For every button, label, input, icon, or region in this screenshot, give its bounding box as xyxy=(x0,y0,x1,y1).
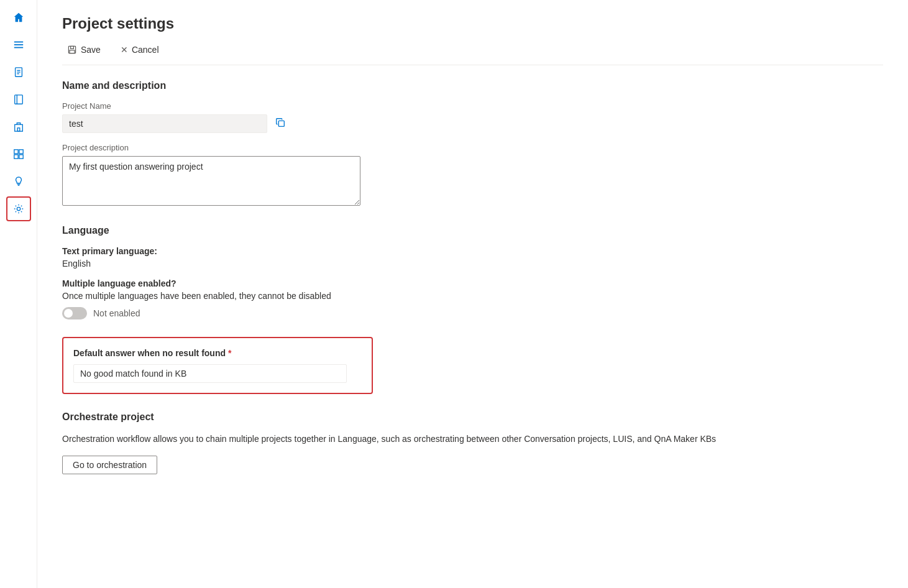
default-answer-label: Default answer when no result found* xyxy=(73,348,362,358)
required-star: * xyxy=(228,348,231,358)
svg-rect-11 xyxy=(14,150,17,154)
document-icon[interactable] xyxy=(6,60,31,85)
orchestrate-section-title: Orchestrate project xyxy=(62,411,883,423)
copy-button[interactable] xyxy=(272,114,288,133)
name-and-description-section: Name and description Project Name Projec… xyxy=(62,80,883,208)
svg-rect-12 xyxy=(19,150,22,154)
dashboard-icon[interactable] xyxy=(6,142,31,167)
toolbar: Save ✕ Cancel xyxy=(62,42,883,65)
project-name-input[interactable] xyxy=(62,114,267,133)
svg-rect-1 xyxy=(14,44,22,45)
toggle-slider xyxy=(62,307,87,319)
multiple-language-toggle[interactable] xyxy=(62,307,87,319)
main-content: Project settings Save ✕ Cancel Name and … xyxy=(37,0,908,588)
svg-rect-0 xyxy=(14,42,22,43)
language-section: Language Text primary language: English … xyxy=(62,225,883,319)
svg-point-17 xyxy=(17,207,20,210)
book-icon[interactable] xyxy=(6,87,31,112)
project-description-label: Project description xyxy=(62,143,883,152)
building-icon[interactable] xyxy=(6,114,31,139)
orchestrate-section: Orchestrate project Orchestration workfl… xyxy=(62,411,883,474)
primary-language-value: English xyxy=(62,259,883,269)
primary-language-label: Text primary language: xyxy=(62,246,883,256)
default-answer-input[interactable] xyxy=(73,364,347,383)
project-name-label: Project Name xyxy=(62,101,883,111)
svg-rect-21 xyxy=(278,121,284,126)
lightbulb-icon[interactable] xyxy=(6,169,31,194)
project-description-input[interactable]: My first question answering project xyxy=(62,156,360,206)
default-answer-box: Default answer when no result found* xyxy=(62,337,373,394)
cancel-icon: ✕ xyxy=(121,45,128,55)
toggle-wrapper: Not enabled xyxy=(62,307,883,319)
go-to-orchestration-button[interactable]: Go to orchestration xyxy=(62,456,157,474)
home-icon[interactable] xyxy=(6,5,31,30)
svg-rect-14 xyxy=(19,155,22,158)
svg-rect-20 xyxy=(70,50,75,53)
save-icon xyxy=(67,45,77,55)
save-button[interactable]: Save xyxy=(62,42,106,57)
menu-icon[interactable] xyxy=(6,32,31,57)
page-title: Project settings xyxy=(62,15,883,32)
cancel-button[interactable]: ✕ Cancel xyxy=(116,42,164,57)
multiple-language-description: Once multiple languages have been enable… xyxy=(62,291,883,301)
svg-rect-19 xyxy=(71,46,74,48)
svg-rect-10 xyxy=(17,128,20,131)
sidebar xyxy=(0,0,37,588)
name-section-title: Name and description xyxy=(62,80,883,91)
language-section-title: Language xyxy=(62,225,883,236)
multiple-language-label: Multiple language enabled? xyxy=(62,278,883,288)
project-name-input-wrapper xyxy=(62,114,883,133)
svg-rect-7 xyxy=(14,95,22,104)
settings-icon[interactable] xyxy=(6,196,31,221)
orchestrate-description: Orchestration workflow allows you to cha… xyxy=(62,433,808,446)
svg-rect-2 xyxy=(14,47,22,48)
toggle-label: Not enabled xyxy=(93,308,140,318)
svg-rect-13 xyxy=(14,155,17,158)
save-label: Save xyxy=(81,45,101,55)
cancel-label: Cancel xyxy=(132,45,159,55)
